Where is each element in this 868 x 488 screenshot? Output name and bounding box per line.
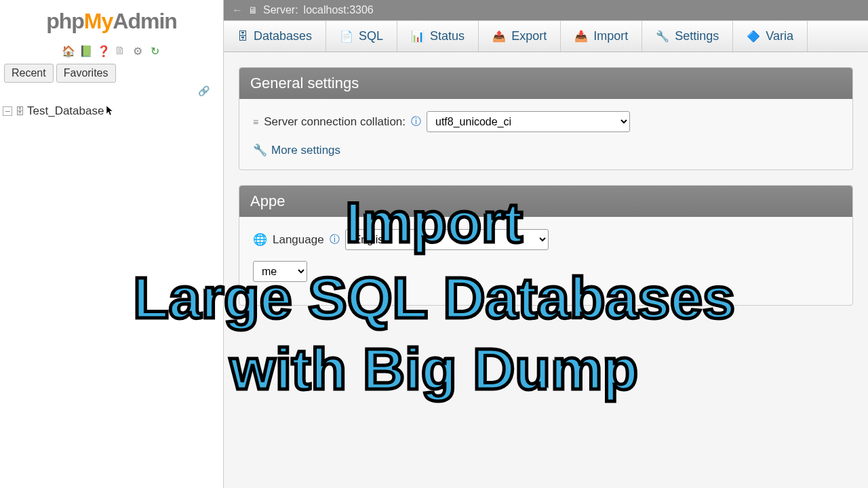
more-settings-link[interactable]: 🔧 More settings: [253, 143, 839, 157]
reload-icon[interactable]: ↻: [149, 45, 161, 57]
tab-export[interactable]: 📤Export: [479, 21, 561, 52]
tab-settings[interactable]: 🔧Settings: [642, 21, 733, 52]
tab-databases[interactable]: 🗄Databases: [224, 21, 326, 52]
tab-import[interactable]: 📥Import: [561, 21, 642, 52]
tree-item-label: Test_Database: [27, 104, 104, 118]
database-icon: 🗄: [15, 106, 24, 117]
home-icon[interactable]: 🏠: [62, 45, 74, 57]
breadcrumb-arrow-icon: ←: [232, 4, 243, 16]
logo-php: php: [46, 9, 84, 33]
collation-icon: ≡: [253, 117, 258, 127]
tree-collapse-icon[interactable]: −: [3, 106, 12, 116]
tab-sql[interactable]: 📄SQL: [326, 21, 397, 52]
help-icon[interactable]: ❓: [97, 45, 109, 57]
panel-general-settings: General settings ≡ Server connection col…: [239, 67, 853, 170]
logo-admin: Admin: [113, 9, 177, 33]
sidebar-toolbar: 🏠 📗 ❓ 🗎 ⚙ ↻: [0, 41, 223, 64]
breadcrumb-server-value: localhost:3306: [304, 4, 374, 16]
collation-select[interactable]: utf8_unicode_ci: [427, 111, 630, 132]
variables-icon: 🔷: [747, 30, 760, 43]
breadcrumb-server-label: Server:: [263, 4, 298, 16]
main-tabs: 🗄Databases 📄SQL 📊Status 📤Export 📥Import …: [224, 20, 868, 52]
export-icon: 📤: [492, 30, 506, 43]
overlay-line-2: Large SQL Databases: [0, 264, 868, 331]
tree-item-test-database[interactable]: − 🗄 Test_Database: [3, 102, 220, 121]
mouse-cursor-icon: [106, 106, 115, 117]
tab-status[interactable]: 📊Status: [397, 21, 479, 52]
database-icon: 🗄: [237, 30, 248, 43]
wrench-icon: 🔧: [253, 143, 267, 157]
panel-title: General settings: [239, 68, 852, 99]
gear-icon[interactable]: ⚙: [132, 45, 144, 57]
recent-tab[interactable]: Recent: [4, 64, 54, 83]
overlay-line-1: Import: [0, 190, 868, 256]
link-icon[interactable]: 🔗: [0, 85, 223, 96]
sql-icon: 📄: [340, 30, 353, 43]
docs-icon[interactable]: 🗎: [114, 45, 126, 57]
logout-icon[interactable]: 📗: [79, 45, 92, 57]
server-icon: 🖥: [248, 5, 258, 16]
logo-my: My: [84, 9, 113, 33]
overlay-line-3: with Big Dump: [0, 336, 868, 403]
collation-label: Server connection collation:: [264, 115, 406, 129]
help-icon[interactable]: ⓘ: [411, 115, 421, 128]
breadcrumb: ← 🖥 Server: localhost:3306: [224, 0, 868, 20]
status-icon: 📊: [411, 30, 425, 43]
import-icon: 📥: [574, 30, 588, 43]
wrench-icon: 🔧: [656, 30, 669, 43]
database-tree: − 🗄 Test_Database: [0, 96, 223, 126]
logo: phpMyAdmin: [0, 5, 223, 41]
tab-variables[interactable]: 🔷Varia: [733, 21, 808, 52]
favorites-tab[interactable]: Favorites: [56, 64, 116, 83]
